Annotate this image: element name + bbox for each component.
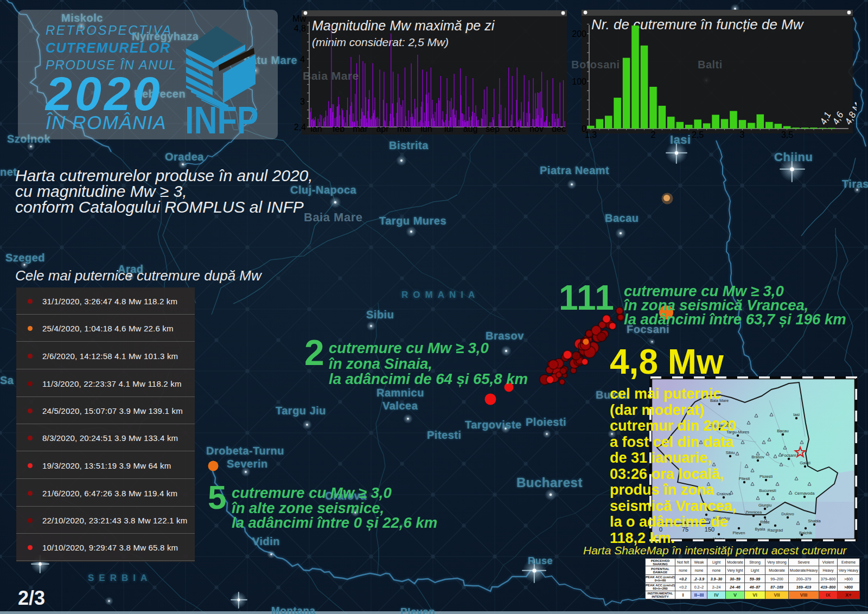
svg-text:Razgrad: Razgrad (768, 528, 783, 533)
svg-text:Bacau: Bacau (777, 428, 788, 433)
svg-text:4,8: 4,8 (294, 24, 306, 33)
svg-text:Galati: Galati (800, 460, 810, 465)
svg-text:2,5: 2,5 (692, 130, 704, 138)
svg-text:1,3: 1,3 (585, 130, 597, 138)
svg-text:Byala: Byala (755, 527, 766, 532)
svg-text:Dulovo: Dulovo (781, 511, 794, 516)
svg-text:Zimnicea: Zimnicea (745, 510, 762, 515)
svg-text:Giurgiu: Giurgiu (758, 503, 771, 508)
svg-text:100: 100 (572, 77, 586, 86)
svg-text:Ploiesti: Ploiesti (760, 474, 773, 479)
svg-text:Cernavoda: Cernavoda (795, 491, 815, 496)
svg-text:3,5: 3,5 (781, 130, 793, 138)
svg-text:2: 2 (651, 130, 656, 138)
svg-text:Pitesti: Pitesti (739, 476, 750, 481)
svg-text:200: 200 (572, 29, 586, 39)
svg-text:Magnitudine Mw maximă pe zi: Magnitudine Mw maximă pe zi (312, 18, 495, 33)
svg-text:Mw: Mw (292, 14, 306, 23)
svg-text:2,4: 2,4 (294, 123, 306, 132)
svg-text:4: 4 (300, 55, 305, 64)
svg-text:apr: apr (376, 124, 389, 133)
svg-text:Focsani: Focsani (782, 453, 796, 458)
svg-text:Iasi: Iasi (793, 412, 800, 417)
svg-text:3: 3 (300, 97, 305, 106)
svg-text:Bucuresti: Bucuresti (759, 488, 776, 493)
svg-text:Nr. de cutremure în funcție de: Nr. de cutremure în funcție de Mw (591, 16, 805, 33)
svg-text:3: 3 (740, 130, 745, 138)
svg-text:Shabla: Shabla (808, 519, 821, 523)
svg-text:(minim considerat: 2,5 Mw): (minim considerat: 2,5 Mw) (312, 36, 449, 48)
